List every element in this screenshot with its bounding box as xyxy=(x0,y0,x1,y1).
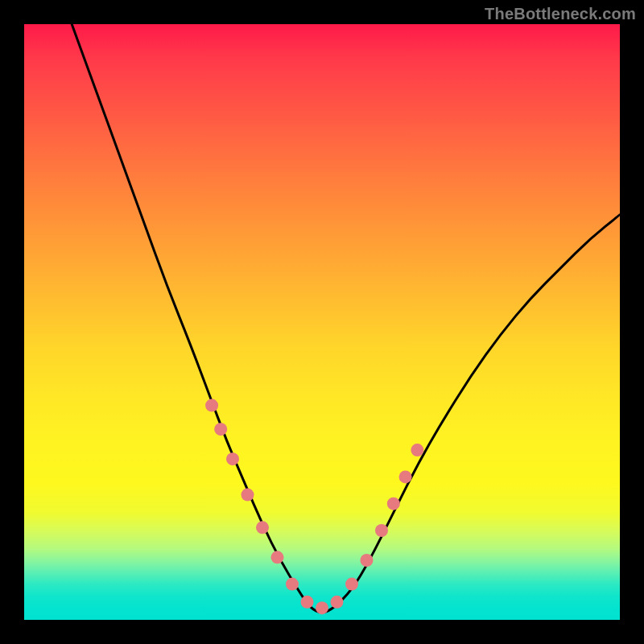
curve-marker xyxy=(387,497,400,510)
curve-marker xyxy=(256,521,269,534)
curve-marker xyxy=(375,524,388,537)
curve-marker xyxy=(411,444,423,456)
curve-marker xyxy=(286,578,299,591)
curve-marker xyxy=(345,578,358,591)
chart-svg xyxy=(24,24,620,620)
curve-marker xyxy=(316,601,328,614)
curve-marker xyxy=(214,423,227,436)
watermark-text: TheBottleneck.com xyxy=(485,5,636,23)
curve-marker xyxy=(399,470,412,483)
chart-plot-area xyxy=(24,24,620,620)
curve-marker xyxy=(242,489,254,502)
curve-marker xyxy=(226,452,239,465)
curve-marker xyxy=(331,596,344,609)
chart-stage: TheBottleneck.com xyxy=(0,0,644,644)
curve-marker xyxy=(301,596,314,609)
bottleneck-curve xyxy=(72,24,620,613)
curve-marker xyxy=(271,551,284,564)
curve-marker xyxy=(205,399,218,412)
curve-marker xyxy=(361,554,374,567)
